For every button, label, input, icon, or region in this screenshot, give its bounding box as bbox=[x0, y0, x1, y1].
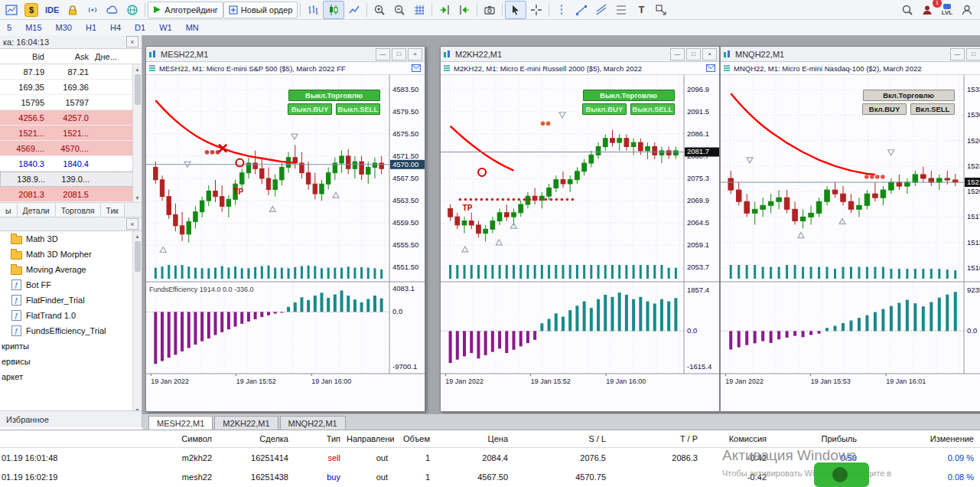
navigator-item[interactable]: FundsEfficiency_Trial bbox=[0, 323, 142, 338]
deposit-icon[interactable]: $ bbox=[21, 2, 41, 18]
timeframe-D1[interactable]: D1 bbox=[128, 23, 152, 32]
timeframe-H4[interactable]: H4 bbox=[103, 23, 128, 32]
ide-button[interactable]: IDE bbox=[41, 2, 63, 18]
cloud-icon[interactable] bbox=[103, 2, 122, 18]
line-chart-type-icon[interactable] bbox=[344, 2, 364, 18]
history-col[interactable]: S / L bbox=[514, 434, 612, 443]
market-watch-tab-ы[interactable]: ы bbox=[0, 204, 18, 217]
quick-menu-icon[interactable] bbox=[723, 64, 731, 72]
zoom-out-icon[interactable] bbox=[389, 2, 409, 18]
close-icon[interactable]: × bbox=[702, 48, 717, 60]
scroll-up-icon[interactable]: ▲ bbox=[135, 64, 140, 74]
window-titlebar[interactable]: MESH22,M1 — □ × bbox=[146, 47, 425, 62]
history-col[interactable]: Изменение bbox=[863, 434, 980, 443]
history-col[interactable]: Символ bbox=[77, 434, 218, 443]
toggle-buy-button[interactable]: Выкл.BUY bbox=[288, 103, 332, 115]
scroll-thumb[interactable] bbox=[135, 241, 141, 272]
history-col[interactable]: Сделка bbox=[218, 434, 295, 443]
chart-canvas[interactable]: 2096.92091.52086.12080.72075.32069.92064… bbox=[441, 75, 719, 410]
toggle-sell-button[interactable]: Вкл.SELL bbox=[910, 103, 955, 115]
navigator-item[interactable]: Bot FF bbox=[0, 277, 142, 293]
scroll-down-icon[interactable]: ▼ bbox=[135, 193, 140, 202]
chart-canvas[interactable]: 15335.0015302.0015269.0015236.0015203.00… bbox=[721, 75, 980, 410]
toggle-trading-button[interactable]: Выкл.Торговлю bbox=[583, 90, 675, 101]
mail-icon[interactable] bbox=[706, 64, 715, 72]
chart-window-mesh22[interactable]: MESH22,M1 — □ × MESH22, M1: Micro E-mini… bbox=[145, 46, 425, 412]
quick-menu-icon[interactable] bbox=[443, 64, 451, 72]
timeframe-MN[interactable]: MN bbox=[179, 23, 206, 32]
chart-window-mnqh22[interactable]: MNQH22,M1 — □ × MNQH22, M1: Micro E-mini… bbox=[720, 46, 980, 412]
maximize-icon[interactable]: □ bbox=[686, 48, 701, 60]
toggle-trading-button[interactable]: Выкл.Торговлю bbox=[288, 90, 380, 101]
quick-menu-icon[interactable] bbox=[148, 64, 156, 72]
history-col[interactable]: T / P bbox=[612, 434, 704, 443]
navigator-item[interactable]: FlatTrand 1.0 bbox=[0, 308, 142, 323]
camera-icon[interactable] bbox=[480, 2, 500, 18]
community-icon[interactable] bbox=[957, 2, 977, 18]
window-titlebar[interactable]: MNQH22,M1 — □ × bbox=[721, 47, 980, 62]
maximize-icon[interactable]: □ bbox=[966, 48, 980, 60]
col-daily[interactable]: Дне... bbox=[93, 52, 133, 61]
market-watch-row[interactable]: 1840.31840.4 bbox=[0, 156, 142, 172]
maximize-icon[interactable]: □ bbox=[392, 48, 406, 60]
history-col[interactable]: Комиссия bbox=[704, 434, 773, 443]
web-icon[interactable] bbox=[122, 2, 142, 18]
shapes-icon[interactable] bbox=[651, 2, 671, 18]
market-watch-scrollbar[interactable]: ▲ ▼ bbox=[132, 64, 142, 202]
col-ask[interactable]: Ask bbox=[49, 52, 93, 61]
minimize-icon[interactable]: — bbox=[950, 48, 965, 60]
history-row[interactable]: 01.19 16:02:19mesh2216251438buyout14567.… bbox=[0, 467, 980, 486]
search-icon[interactable] bbox=[897, 2, 917, 18]
channel-icon[interactable] bbox=[591, 2, 611, 18]
auto-scroll-icon[interactable] bbox=[454, 2, 474, 18]
close-icon[interactable]: × bbox=[126, 218, 138, 230]
candle-chart-type-icon[interactable] bbox=[323, 1, 344, 19]
chart-tab-M2KH22,M1[interactable]: M2KH22,M1 bbox=[214, 416, 278, 430]
market-watch-row[interactable]: 4256.54257.0 bbox=[0, 110, 142, 126]
bar-chart-type-icon[interactable] bbox=[303, 2, 323, 18]
vertical-line-icon[interactable] bbox=[552, 2, 571, 18]
profile-icon[interactable]: 1 bbox=[917, 2, 937, 18]
chart-tab-MNQH22,M1[interactable]: MNQH22,M1 bbox=[280, 416, 346, 430]
market-watch-tab-Детали[interactable]: Детали bbox=[18, 204, 56, 217]
toggle-buy-button[interactable]: Выкл.BUY bbox=[582, 103, 627, 115]
navigator-item[interactable]: Moving Average bbox=[0, 262, 142, 277]
navigator-item[interactable]: ервисы bbox=[0, 354, 142, 369]
trendline-icon[interactable] bbox=[571, 2, 591, 18]
scroll-thumb[interactable] bbox=[135, 74, 141, 105]
market-watch-row[interactable]: 138.9...139.0... bbox=[0, 172, 142, 187]
favorites-tab[interactable]: Избранное bbox=[0, 410, 142, 427]
minimize-icon[interactable]: — bbox=[376, 48, 390, 60]
cursor-icon[interactable] bbox=[505, 1, 526, 19]
history-row[interactable]: 01.19 16:01:48m2kh2216251414sellout12084… bbox=[0, 448, 980, 467]
chart-canvas[interactable]: 4583.504579.504575.504571.504567.504563.… bbox=[146, 75, 425, 410]
new-order-button[interactable]: Новый ордер bbox=[223, 2, 298, 18]
crosshair-icon[interactable] bbox=[526, 2, 546, 18]
chart-window-m2kh22[interactable]: M2KH22,M1 — □ × M2KH22, M1: Micro E-mini… bbox=[440, 46, 720, 412]
navigator-scrollbar[interactable]: ▲ ▼ bbox=[132, 231, 142, 414]
navigator-item[interactable]: крипты bbox=[0, 338, 142, 354]
navigator-item[interactable]: аркет bbox=[0, 369, 142, 384]
timeframe-M15[interactable]: M15 bbox=[18, 23, 48, 32]
market-watch-row[interactable]: 1521...1521... bbox=[0, 126, 142, 141]
col-bid[interactable]: Bid bbox=[0, 52, 49, 61]
toggle-sell-button[interactable]: Выкл.SELL bbox=[630, 103, 675, 115]
history-col[interactable]: Объем bbox=[394, 434, 436, 443]
lock-icon[interactable] bbox=[63, 2, 83, 18]
window-titlebar[interactable]: M2KH22,M1 — □ × bbox=[441, 47, 719, 62]
text-icon[interactable]: T bbox=[631, 2, 651, 18]
algo-trading-button[interactable]: Алготрейдинг bbox=[148, 2, 223, 18]
timeframe-5[interactable]: 5 bbox=[0, 23, 18, 32]
close-icon[interactable]: × bbox=[408, 48, 422, 60]
mail-icon[interactable] bbox=[412, 64, 421, 72]
fibo-icon[interactable] bbox=[611, 2, 631, 18]
navigator-item[interactable]: FlatFinder_Trial bbox=[0, 293, 142, 308]
market-watch-tab-Тик[interactable]: Тик bbox=[101, 204, 125, 217]
market-watch-row[interactable]: 4569....4570.... bbox=[0, 141, 142, 156]
toggle-buy-button[interactable]: Вкл.BUY bbox=[862, 103, 907, 115]
market-watch-row[interactable]: 1579515797 bbox=[0, 95, 142, 110]
navigator-item[interactable]: Math 3D Morpher bbox=[0, 247, 142, 262]
timeframe-H1[interactable]: H1 bbox=[79, 23, 103, 32]
market-watch-tab-Торговля[interactable]: Торговля bbox=[56, 204, 101, 217]
scroll-up-icon[interactable]: ▲ bbox=[135, 231, 140, 240]
